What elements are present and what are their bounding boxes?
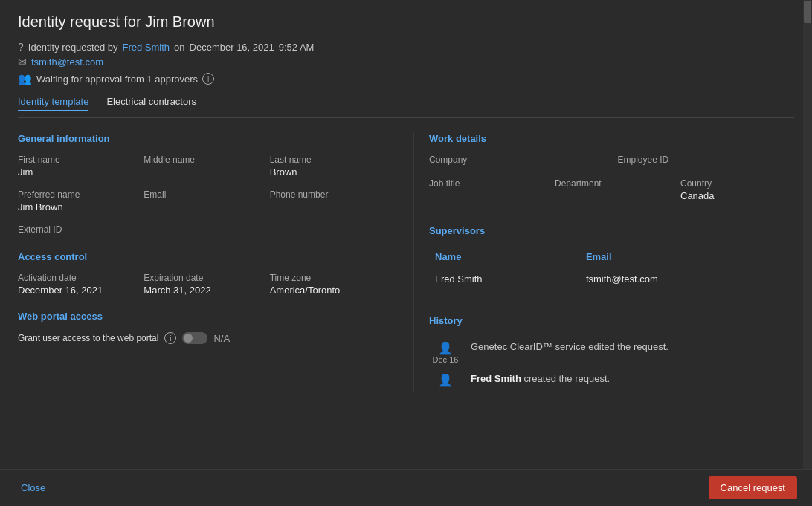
on-text: on	[174, 42, 184, 53]
web-portal-info-icon[interactable]: i	[164, 332, 176, 344]
requester-name-link[interactable]: Fred Smith	[123, 42, 170, 53]
field-email: Email	[144, 189, 257, 213]
tab-identity-template[interactable]: Identity template	[18, 96, 88, 111]
supervisors-col-name: Name	[429, 247, 580, 267]
supervisors-table: Name Email Fred Smith fsmith@test.com	[429, 247, 794, 291]
supervisors-header-row: Name Email	[429, 247, 794, 267]
supervisor-name: Fred Smith	[429, 267, 580, 291]
approval-row: 👥 Waiting for approval from 1 approvers …	[18, 72, 794, 85]
request-time: 9:52 AM	[279, 42, 315, 53]
requester-email-link[interactable]: fsmith@test.com	[31, 56, 103, 68]
general-info-title: General information	[18, 133, 384, 144]
people-icon: 👥	[18, 72, 32, 85]
work-details-fields-row2: Job title Department Country Canada	[429, 178, 794, 201]
work-details-fields-row1: Company Employee ID	[429, 155, 794, 166]
meta-row-requester: ? Identity requested by Fred Smith on De…	[18, 41, 794, 53]
field-department: Department	[555, 178, 668, 201]
history-text-1: Fred Smith created the request.	[471, 373, 794, 384]
field-activation-date: Activation date December 16, 2021	[18, 273, 132, 296]
web-portal-na: N/A	[213, 333, 230, 344]
general-info-fields-row1: First name Jim Middle name Last name Bro…	[18, 155, 384, 178]
field-last-name: Last name Brown	[270, 155, 384, 178]
history-item-1: 👤 Fred Smith created the request.	[429, 369, 794, 392]
history-item-0: 👤 Dec 16 Genetec ClearID™ service edited…	[429, 337, 794, 369]
field-middle-name: Middle name	[144, 155, 257, 178]
cancel-request-button[interactable]: Cancel request	[709, 476, 797, 499]
field-preferred-name: Preferred name Jim Brown	[18, 189, 132, 213]
meta-row-email: ✉ fsmith@test.com	[18, 56, 794, 68]
scrollbar-thumb[interactable]	[804, 1, 811, 23]
field-phone-number: Phone number	[270, 189, 384, 213]
main-container: Identity request for Jim Brown ? Identit…	[0, 0, 812, 506]
access-control-section: Access control Activation date December …	[18, 251, 384, 296]
supervisors-col-email: Email	[580, 247, 794, 267]
field-first-name: First name Jim	[18, 155, 132, 178]
approval-text: Waiting for approval from 1 approvers	[36, 74, 198, 85]
history-text-0: Genetec ClearID™ service edited the requ…	[471, 341, 794, 352]
supervisors-section: Supervisors Name Email Fred Smith	[429, 225, 794, 291]
field-company: Company	[429, 155, 606, 166]
approval-info-icon[interactable]: i	[202, 73, 214, 85]
supervisors-title: Supervisors	[429, 225, 794, 236]
work-details-title: Work details	[429, 133, 794, 144]
supervisor-email: fsmith@test.com	[580, 267, 794, 291]
history-date-0: Dec 16	[431, 355, 460, 364]
general-info-fields-row2: Preferred name Jim Brown Email Phone num…	[18, 189, 384, 213]
tabs-row: Identity template Electrical contractors	[18, 96, 794, 118]
web-portal-label: Grant user access to the web portal	[18, 333, 158, 343]
content-area: Identity request for Jim Brown ? Identit…	[0, 0, 812, 506]
email-icon: ✉	[18, 56, 27, 68]
supervisor-row: Fred Smith fsmith@test.com	[429, 267, 794, 291]
scrollbar-track[interactable]	[803, 0, 812, 506]
two-col-layout: General information First name Jim Middl…	[18, 133, 794, 392]
left-column: General information First name Jim Middl…	[18, 133, 399, 392]
right-column: Work details Company Employee ID	[413, 133, 794, 392]
right-col-inner: Work details Company Employee ID	[429, 133, 794, 392]
history-section: History 👤 Dec 16 Genetec ClearID™ servic…	[429, 315, 794, 392]
web-portal-row: Grant user access to the web portal i N/…	[18, 332, 384, 344]
web-portal-toggle[interactable]	[182, 332, 207, 344]
history-service-icon: 👤	[438, 341, 453, 355]
footer-bar: Close Cancel request	[0, 469, 812, 506]
tab-electrical-contractors[interactable]: Electrical contractors	[106, 96, 196, 111]
field-expiration-date: Expiration date March 31, 2022	[144, 273, 257, 296]
request-date: December 16, 2021	[190, 42, 274, 53]
field-country: Country Canada	[680, 178, 794, 201]
page-title: Identity request for Jim Brown	[18, 13, 794, 30]
general-info-section: General information First name Jim Middl…	[18, 133, 384, 236]
field-external-id: External ID	[18, 224, 384, 236]
field-time-zone: Time zone America/Toronto	[270, 273, 384, 296]
web-portal-title: Web portal access	[18, 311, 384, 322]
general-info-fields-row3: External ID	[18, 224, 384, 236]
access-control-title: Access control	[18, 251, 384, 262]
work-details-section: Work details Company Employee ID	[429, 133, 794, 213]
field-employee-id: Employee ID	[618, 155, 795, 166]
access-control-fields: Activation date December 16, 2021 Expira…	[18, 273, 384, 296]
requested-prefix: Identity requested by	[28, 42, 118, 53]
question-icon: ?	[18, 41, 24, 53]
close-button[interactable]: Close	[15, 479, 51, 496]
field-job-title: Job title	[429, 178, 543, 201]
web-portal-section: Web portal access Grant user access to t…	[18, 311, 384, 344]
history-title: History	[429, 315, 794, 326]
history-user-icon: 👤	[438, 373, 453, 387]
